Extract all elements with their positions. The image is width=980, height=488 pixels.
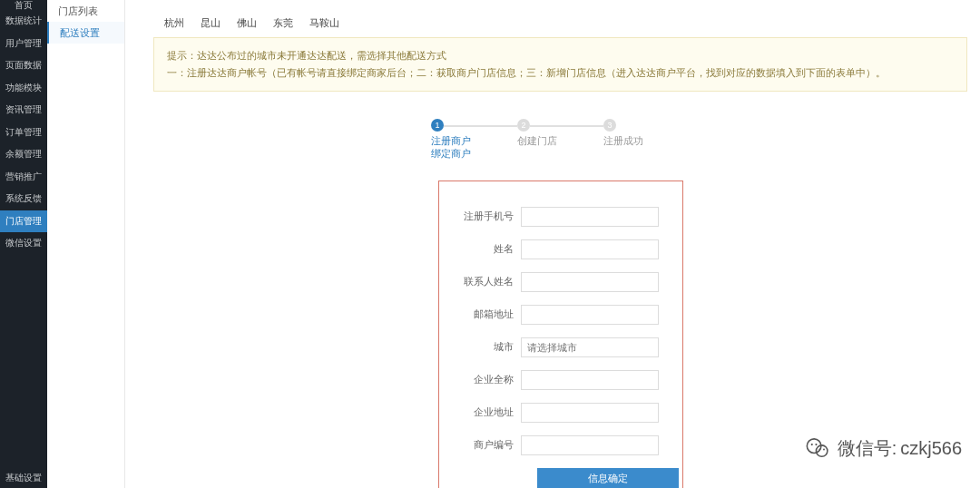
svg-point-1	[816, 445, 827, 456]
nav-home[interactable]: 首页	[0, 0, 47, 10]
step-1: 2创建门店	[517, 119, 603, 148]
register-form: 注册手机号姓名联系人姓名邮箱地址城市企业全称企业地址商户编号 信息确定 已有达达…	[438, 181, 683, 488]
form-row-7: 商户编号	[463, 435, 659, 455]
form-row-4: 城市	[463, 337, 659, 357]
svg-point-4	[818, 449, 820, 451]
form-row-5: 企业全称	[463, 370, 659, 390]
nav-item-8[interactable]: 系统反馈	[0, 188, 47, 210]
form-row-0: 注册手机号	[463, 207, 659, 227]
content-area: 杭州昆山佛山东莞马鞍山 提示：达达公布过的城市未开通达达配送，需选择其他配送方式…	[141, 0, 980, 488]
city-tab-2[interactable]: 佛山	[237, 17, 257, 28]
form-row-2: 联系人姓名	[463, 272, 659, 292]
form-label: 邮箱地址	[463, 308, 521, 321]
tip-line-2: 一：注册达达商户帐号（已有帐号请直接绑定商家后台；二：获取商户门店信息；三：新增…	[167, 64, 954, 82]
watermark: 微信号: czkj566	[805, 435, 962, 461]
form-label: 城市	[463, 341, 521, 354]
watermark-prefix: 微信号:	[838, 436, 897, 461]
step-title: 注册商户	[431, 135, 517, 148]
form-input-0[interactable]	[521, 207, 659, 227]
form-label: 姓名	[463, 243, 521, 256]
step-dot: 2	[517, 119, 530, 132]
form-label: 注册手机号	[463, 210, 521, 223]
step-2: 3注册成功	[603, 119, 690, 148]
form-label: 企业地址	[463, 406, 521, 419]
step-title: 创建门店	[517, 135, 603, 148]
nav-item-5[interactable]: 订单管理	[0, 122, 47, 144]
nav-item-0[interactable]: 数据统计	[0, 10, 47, 33]
city-tab-4[interactable]: 马鞍山	[309, 17, 339, 28]
step-title: 注册成功	[603, 135, 690, 148]
svg-point-5	[823, 449, 825, 451]
sub-item-0[interactable]: 门店列表	[47, 0, 124, 22]
step-line	[530, 125, 603, 127]
step-dot: 3	[603, 119, 616, 132]
form-label: 商户编号	[463, 439, 521, 452]
svg-point-3	[815, 444, 817, 445]
sub-nav: 门店列表配送设置	[47, 0, 125, 488]
city-tab-3[interactable]: 东莞	[273, 17, 293, 28]
form-row-1: 姓名	[463, 239, 659, 259]
city-row: 杭州昆山佛山东莞马鞍山	[153, 0, 967, 37]
form-input-2[interactable]	[521, 272, 659, 292]
form-input-7[interactable]	[521, 435, 659, 455]
watermark-id: czkj566	[900, 438, 962, 459]
left-nav: 首页 数据统计用户管理页面数据功能模块资讯管理订单管理余额管理营销推广系统反馈门…	[0, 0, 47, 488]
form-input-3[interactable]	[521, 305, 659, 325]
step-sub: 绑定商户	[431, 148, 517, 161]
nav-item-3[interactable]: 功能模块	[0, 77, 47, 100]
form-input-1[interactable]	[521, 239, 659, 259]
sub-item-1[interactable]: 配送设置	[47, 22, 124, 44]
nav-item-1[interactable]: 用户管理	[0, 33, 47, 55]
step-dot: 1	[431, 119, 444, 132]
nav-item-7[interactable]: 营销推广	[0, 166, 47, 189]
city-tab-0[interactable]: 杭州	[164, 17, 184, 28]
steps: 1注册商户绑定商户2创建门店3注册成功	[153, 119, 967, 161]
step-line	[444, 125, 517, 127]
form-label: 联系人姓名	[463, 276, 521, 288]
form-row-3: 邮箱地址	[463, 305, 659, 325]
city-tab-1[interactable]: 昆山	[201, 17, 220, 28]
nav-item-2[interactable]: 页面数据	[0, 54, 47, 77]
tip-box: 提示：达达公布过的城市未开通达达配送，需选择其他配送方式 一：注册达达商户帐号（…	[153, 37, 967, 92]
nav-item-6[interactable]: 余额管理	[0, 143, 47, 166]
tip-line-1: 提示：达达公布过的城市未开通达达配送，需选择其他配送方式	[167, 47, 954, 64]
nav-item-9[interactable]: 门店管理	[0, 210, 47, 233]
step-0: 1注册商户绑定商户	[431, 119, 517, 161]
nav-item-4[interactable]: 资讯管理	[0, 99, 47, 122]
svg-point-2	[810, 444, 812, 445]
form-label: 企业全称	[463, 374, 521, 386]
submit-button[interactable]: 信息确定	[537, 468, 679, 488]
nav-bottom[interactable]: 基础设置	[0, 468, 47, 488]
form-input-6[interactable]	[521, 403, 659, 423]
city-select[interactable]	[521, 337, 659, 357]
nav-item-10[interactable]: 微信设置	[0, 232, 47, 255]
form-row-6: 企业地址	[463, 403, 659, 423]
wechat-icon	[805, 435, 830, 461]
form-input-5[interactable]	[521, 370, 659, 390]
